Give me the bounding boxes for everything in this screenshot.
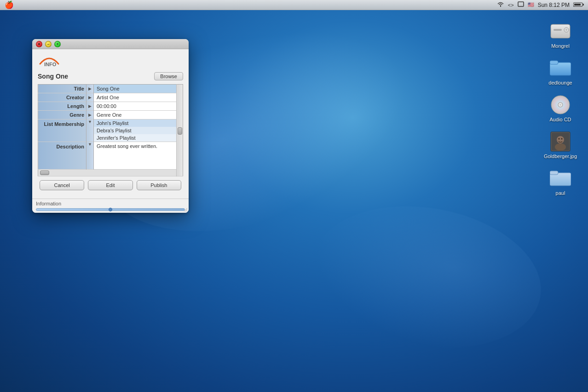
genre-value: Genre One bbox=[94, 111, 177, 119]
desktop-icon-goldberger[interactable]: Goldberger.jpg bbox=[542, 129, 579, 161]
playlist-debra: Debra's Playlist bbox=[94, 127, 176, 134]
playlist-john: John's Playlist bbox=[94, 119, 176, 127]
table-row-genre: Genre ▶ Genre One bbox=[38, 111, 183, 119]
table-row-membership: List Membership ▼ John's Playlist Debra'… bbox=[38, 119, 183, 142]
info-table: Title ▶ Song One Creator ▶ Artist bbox=[38, 84, 183, 176]
membership-arrow[interactable]: ▼ bbox=[86, 119, 94, 142]
creator-label: Creator bbox=[38, 93, 86, 102]
cancel-button[interactable]: Cancel bbox=[40, 180, 84, 190]
dedlounge-label: dedlounge bbox=[548, 80, 572, 85]
svg-rect-3 bbox=[583, 4, 584, 6]
table-scrollbar[interactable] bbox=[177, 85, 183, 176]
hscrollbar-cell[interactable] bbox=[38, 170, 177, 176]
svg-line-24 bbox=[187, 211, 187, 211]
length-value: 00:00:00 bbox=[94, 102, 177, 111]
title-arrow[interactable]: ▶ bbox=[86, 85, 94, 93]
apple-menu[interactable]: 🍎 bbox=[0, 0, 18, 9]
length-arrow[interactable]: ▶ bbox=[86, 102, 94, 111]
desktop-icon-mongrel[interactable]: Mongrel bbox=[542, 18, 579, 51]
svg-point-12 bbox=[559, 104, 561, 106]
folder-dedlounge-icon bbox=[549, 57, 571, 79]
creator-arrow[interactable]: ▶ bbox=[86, 93, 94, 102]
dialog-buttons: Cancel Edit Publish bbox=[38, 176, 183, 194]
desktop-icon-dedlounge[interactable]: dedlounge bbox=[542, 55, 579, 87]
publish-button[interactable]: Publish bbox=[137, 180, 181, 190]
description-label: Description bbox=[38, 142, 86, 170]
edit-button[interactable]: Edit bbox=[88, 180, 133, 190]
genre-label: Genre bbox=[38, 111, 86, 119]
svg-point-17 bbox=[559, 138, 560, 140]
membership-label: List Membership bbox=[38, 119, 86, 142]
dialog-titlebar: ✕ − + bbox=[32, 39, 189, 49]
info-logo: INFO bbox=[38, 54, 61, 68]
playlist-jennifer: Jennifer's Playlist bbox=[94, 134, 176, 142]
title-value: Song One bbox=[94, 85, 177, 93]
battery-icon bbox=[573, 2, 584, 8]
info-logo-svg: INFO bbox=[38, 54, 61, 67]
svg-rect-20 bbox=[550, 171, 558, 175]
membership-values: John's Playlist Debra's Playlist Jennife… bbox=[94, 119, 177, 142]
browse-button[interactable]: Browse bbox=[154, 72, 183, 80]
folder-paul-icon bbox=[549, 167, 571, 189]
menubar: 🍎 <> 🇺🇸 Sun 8:12 PM bbox=[0, 0, 588, 10]
photo-icon bbox=[549, 131, 571, 153]
zoom-button[interactable]: + bbox=[54, 41, 61, 47]
info-dialog: ✕ − + INFO bbox=[32, 39, 189, 213]
resize-handle[interactable] bbox=[182, 206, 188, 212]
description-arrow[interactable]: ▼ bbox=[86, 142, 94, 170]
table-row-creator: Creator ▶ Artist One bbox=[38, 93, 183, 102]
close-button[interactable]: ✕ bbox=[36, 41, 42, 47]
menubar-time: Sun 8:12 PM bbox=[538, 2, 570, 8]
table-row-description: Description ▼ Greatest song ever written… bbox=[38, 142, 183, 170]
minimize-button[interactable]: − bbox=[45, 41, 52, 47]
svg-point-7 bbox=[565, 29, 567, 31]
song-title-row: Song One Browse bbox=[38, 72, 183, 80]
svg-rect-0 bbox=[518, 2, 524, 6]
creator-value: Artist One bbox=[94, 93, 177, 102]
code-icon: <> bbox=[508, 2, 514, 8]
length-label: Length bbox=[38, 102, 86, 111]
dialog-song-title: Song One bbox=[38, 73, 68, 80]
svg-point-16 bbox=[555, 143, 566, 151]
paul-label: paul bbox=[556, 190, 565, 196]
wifi-icon bbox=[497, 1, 504, 8]
svg-rect-2 bbox=[574, 4, 581, 6]
desktop: 🍎 <> 🇺🇸 Sun 8:12 PM bbox=[0, 0, 588, 392]
zoom-icon: + bbox=[56, 42, 58, 46]
table-row-title: Title ▶ Song One bbox=[38, 85, 183, 93]
svg-rect-9 bbox=[550, 61, 558, 64]
svg-point-18 bbox=[561, 138, 563, 140]
goldberger-label: Goldberger.jpg bbox=[544, 153, 577, 159]
harddrive-icon bbox=[549, 20, 571, 42]
description-value: Greatest song ever written. bbox=[94, 142, 177, 170]
dialog-body: INFO Song One Browse Title ▶ Song One bbox=[32, 49, 189, 199]
menubar-right: <> 🇺🇸 Sun 8:12 PM bbox=[497, 1, 588, 8]
progress-dot bbox=[109, 208, 112, 211]
minimize-icon: − bbox=[47, 42, 49, 46]
window-icon bbox=[518, 1, 524, 8]
audio-cd-label: Audio CD bbox=[549, 117, 571, 122]
desktop-icon-audio-cd[interactable]: Audio CD bbox=[542, 92, 579, 124]
cd-icon bbox=[549, 94, 571, 116]
status-bar: Information bbox=[32, 199, 189, 213]
genre-arrow[interactable]: ▶ bbox=[86, 111, 94, 119]
desktop-icons: Mongrel dedlounge bbox=[542, 18, 579, 198]
desktop-icon-paul[interactable]: paul bbox=[542, 165, 579, 198]
language-flag-icon: 🇺🇸 bbox=[528, 2, 534, 8]
table-row-length: Length ▶ 00:00:00 bbox=[38, 102, 183, 111]
mongrel-label: Mongrel bbox=[551, 43, 570, 49]
svg-rect-5 bbox=[553, 29, 562, 31]
status-label: Information bbox=[36, 201, 185, 206]
svg-text:INFO: INFO bbox=[44, 62, 57, 67]
close-icon: ✕ bbox=[37, 42, 41, 46]
title-label: Title bbox=[38, 85, 86, 93]
progress-bar bbox=[36, 208, 185, 211]
hscrollbar-row bbox=[38, 170, 183, 176]
